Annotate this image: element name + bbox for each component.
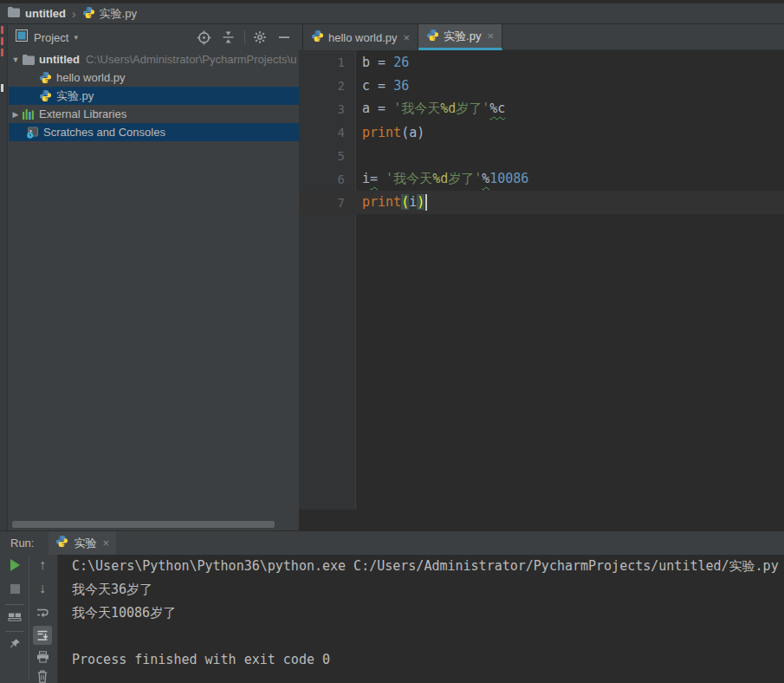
token: b = [362, 55, 393, 70]
token: i [362, 171, 370, 186]
stripe-mark [1, 37, 3, 45]
clear-button[interactable] [33, 667, 52, 683]
run-console[interactable]: C:\Users\Python\Python36\python.exe C:/U… [57, 555, 784, 683]
token: 26 [393, 55, 409, 70]
code-text: a = '我今天%d岁了'%c [362, 101, 505, 117]
up-button[interactable]: ↑ [33, 556, 52, 575]
code-line-4[interactable]: 4print(a) [299, 120, 784, 144]
python-icon [38, 89, 53, 102]
code-line-2[interactable]: 2c = 36 [299, 74, 784, 97]
project-folder-icon [8, 7, 20, 20]
tree-item-external-libraries[interactable]: ▶External Libraries [9, 105, 299, 123]
code-text: print(a) [362, 125, 424, 140]
editor-area: hello world.py×实验.py× 1b = 262c = 363a =… [299, 24, 784, 530]
token: c = [362, 78, 393, 94]
token: (a) [401, 125, 424, 140]
token: '我今天 [393, 101, 440, 116]
python-file-icon [55, 535, 68, 551]
token: %c [489, 101, 505, 116]
tab-shiyan-py[interactable]: 实验.py× [418, 24, 502, 50]
expanded-arrow-icon[interactable]: ▼ [10, 55, 21, 64]
pin-button[interactable] [5, 634, 24, 654]
token: i [409, 194, 417, 210]
down-button[interactable]: ↓ [33, 579, 52, 598]
stop-button[interactable] [5, 579, 24, 598]
hide-panel-icon[interactable] [275, 28, 294, 47]
horizontal-scrollbar[interactable] [12, 521, 275, 528]
token [378, 171, 386, 186]
line-number[interactable]: 5 [299, 149, 345, 163]
line-number[interactable]: 6 [299, 172, 345, 186]
tree-item-label: Scratches and Consoles [43, 126, 165, 139]
tab-label: hello world.py [328, 31, 398, 44]
close-icon[interactable]: × [404, 31, 411, 44]
tree-item-shiyan-py[interactable]: 实验.py [9, 87, 299, 105]
python-file-icon [311, 29, 324, 45]
breadcrumb-project[interactable]: untitled [25, 7, 66, 20]
token: 岁了' [448, 171, 482, 186]
rerun-button[interactable] [5, 556, 24, 575]
project-panel-title[interactable]: Project [34, 31, 68, 44]
toolbar-divider [5, 631, 24, 632]
line-number[interactable]: 4 [299, 126, 345, 140]
token: '我今天 [386, 171, 432, 186]
line-number[interactable]: 2 [299, 79, 345, 93]
soft-wrap-button[interactable] [33, 603, 52, 622]
chevron-down-icon[interactable]: ▾ [74, 33, 78, 42]
run-tab-label: 实验 [74, 536, 96, 551]
run-label: Run: [10, 537, 34, 550]
tree-item-label: untitled [39, 53, 80, 66]
run-toolbar: ↑↓ [0, 555, 57, 683]
tree-item-scratches-and-consoles[interactable]: Scratches and Consoles [9, 123, 299, 141]
line-number[interactable]: 1 [299, 55, 345, 69]
run-panel-header: Run: 实验 × [0, 531, 784, 555]
code-line-1[interactable]: 1b = 26 [299, 50, 784, 74]
python-icon [38, 71, 53, 84]
code-text: b = 26 [362, 55, 409, 70]
settings-gear-icon[interactable] [250, 28, 269, 47]
code-line-5[interactable]: 5 [299, 144, 784, 167]
breadcrumb-file[interactable]: 实验.py [100, 6, 137, 22]
project-panel: Project ▾ ▼untitledC:\Users\Administrato… [9, 24, 299, 530]
project-tool-window-icon [16, 29, 28, 45]
line-number[interactable]: 7 [299, 196, 345, 210]
console-line: 我今天10086岁了 [72, 602, 784, 625]
code-text: i= '我今天%d岁了'%10086 [362, 171, 528, 187]
tool-window-stripe [0, 24, 8, 530]
code-line-6[interactable]: 6i= '我今天%d岁了'%10086 [299, 167, 784, 191]
run-tab[interactable]: 实验 × [49, 531, 116, 555]
code-line-7[interactable]: 7print(i) [299, 191, 784, 214]
restore-layout-button[interactable] [5, 606, 24, 625]
collapsed-arrow-icon[interactable]: ▶ [10, 110, 21, 119]
token: ) [417, 194, 424, 210]
token: % [482, 171, 489, 186]
toolbar-divider [29, 556, 29, 681]
token: 岁了' [456, 101, 489, 116]
console-line: C:\Users\Python\Python36\python.exe C:/U… [72, 555, 784, 578]
code-editor[interactable]: 1b = 262c = 363a = '我今天%d岁了'%c4print(a)5… [299, 50, 784, 214]
token: 36 [393, 78, 409, 94]
print-button[interactable] [33, 647, 52, 667]
close-icon[interactable]: × [487, 29, 494, 42]
tab-hello-world-py[interactable]: hello world.py× [302, 24, 418, 50]
tree-item-hello-world-py[interactable]: hello world.py [9, 68, 299, 87]
scroll-to-end-button[interactable] [33, 626, 52, 645]
stripe-mark [1, 26, 3, 34]
token: a = [362, 101, 393, 116]
toolbar-divider [5, 604, 24, 605]
token: print [362, 125, 401, 140]
folder-icon [21, 55, 36, 65]
tree-item-untitled[interactable]: ▼untitledC:\Users\Administrator\PycharmP… [9, 50, 299, 68]
collapse-all-icon[interactable] [218, 28, 237, 47]
python-file-icon [426, 29, 439, 44]
code-line-3[interactable]: 3a = '我今天%d岁了'%c [299, 97, 784, 120]
locate-icon[interactable] [194, 28, 213, 47]
tree-item-label: 实验.py [56, 88, 94, 104]
run-panel: Run: 实验 × ↑↓ C:\Users\Python\Python36\py… [0, 530, 784, 683]
code-text: print(i) [362, 194, 427, 211]
token: = [370, 171, 378, 186]
line-number[interactable]: 3 [299, 102, 345, 116]
tab-label: 实验.py [444, 29, 481, 44]
token: %d [432, 171, 448, 186]
close-icon[interactable]: × [102, 537, 109, 550]
